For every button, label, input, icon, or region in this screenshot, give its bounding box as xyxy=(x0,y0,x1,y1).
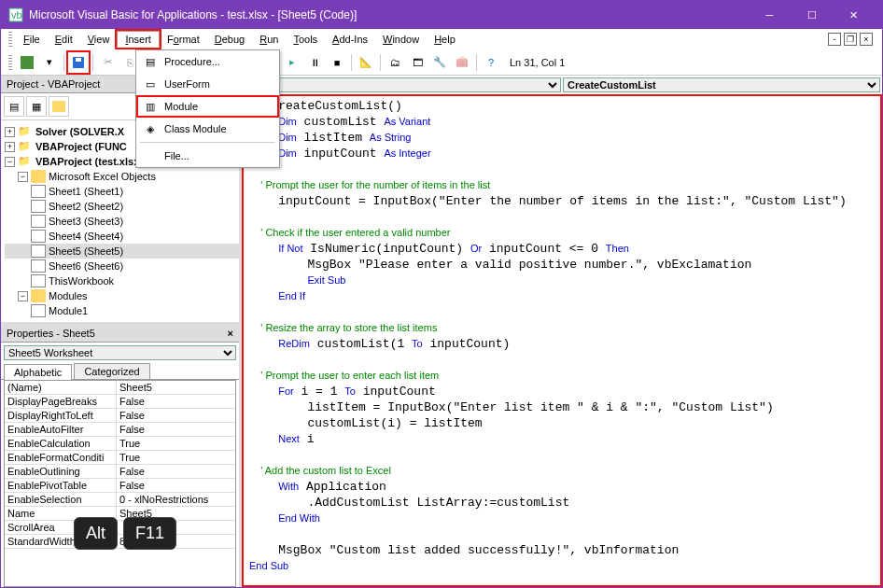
menu-help[interactable]: Help xyxy=(427,32,463,47)
run-button[interactable]: ▸ xyxy=(282,52,302,73)
property-row[interactable]: DisplayPageBreaksFalse xyxy=(5,395,235,409)
tree-sheet[interactable]: Sheet2 (Sheet2) xyxy=(5,199,239,214)
tree-sheet[interactable]: Sheet3 (Sheet3) xyxy=(5,214,239,229)
toolbar: ▾ ✂ ⎘ ▸ ⏸ ■ 📐 🗂 🗔 🔧 🧰 ? Ln 31, Col 1 xyxy=(1,49,882,76)
menu-edit[interactable]: Edit xyxy=(48,32,80,47)
view-object-button[interactable]: ▦ xyxy=(26,96,47,117)
cut-button[interactable]: ✂ xyxy=(97,52,118,73)
object-dropdown[interactable]: al) xyxy=(244,77,561,92)
insert-dropdown: ▤ Procedure... ▭ UserForm ▥ Module ◈ Cla… xyxy=(135,49,280,168)
insert-procedure-label: Procedure... xyxy=(164,56,220,67)
menu-addins[interactable]: Add-Ins xyxy=(325,32,375,47)
key-f11: F11 xyxy=(123,517,176,550)
module-icon: ▥ xyxy=(140,99,161,114)
title-bar: vb Microsoft Visual Basic for Applicatio… xyxy=(1,1,882,29)
svg-rect-3 xyxy=(76,58,81,62)
insert-module-label: Module xyxy=(164,101,198,112)
code-dropdowns: al) CreateCustomList xyxy=(242,76,882,94)
cursor-position: Ln 31, Col 1 xyxy=(510,57,565,68)
tree-excel-objects[interactable]: −Microsoft Excel Objects xyxy=(5,169,239,184)
minimize-button[interactable]: ─ xyxy=(749,1,791,29)
tree-sheet[interactable]: Sheet1 (Sheet1) xyxy=(5,184,239,199)
properties-grid[interactable]: (Name)Sheet5DisplayPageBreaksFalseDispla… xyxy=(4,380,236,587)
tree-modules-folder[interactable]: −Modules xyxy=(5,288,239,303)
window-title: Microsoft Visual Basic for Applications … xyxy=(29,8,749,21)
tab-alphabetic[interactable]: Alphabetic xyxy=(4,364,72,380)
view-excel-button[interactable] xyxy=(17,52,37,73)
property-row[interactable]: EnableAutoFilterFalse xyxy=(5,423,235,437)
file-icon xyxy=(140,148,161,163)
insert-toolbar-button[interactable]: ▾ xyxy=(39,52,60,73)
properties-window-button[interactable]: 🗔 xyxy=(407,52,427,73)
insert-file[interactable]: File... xyxy=(136,145,279,167)
mdi-buttons: - ❐ × xyxy=(822,29,878,49)
menu-bar: File Edit View Insert Format Debug Run T… xyxy=(1,29,882,49)
properties-tabs: Alphabetic Categorized xyxy=(1,363,239,380)
close-button[interactable]: ✕ xyxy=(833,1,875,29)
property-row[interactable]: EnableOutliningFalse xyxy=(5,465,235,479)
properties-object-select[interactable]: Sheet5 Worksheet xyxy=(4,345,236,360)
properties-panel-title: Properties - Sheet5 xyxy=(7,328,95,339)
userform-icon: ▭ xyxy=(140,77,161,91)
menu-separator xyxy=(140,142,275,143)
main-area: Project - VBAProject × ▤ ▦ +📁Solver (SOL… xyxy=(1,76,882,587)
mdi-minimize[interactable]: - xyxy=(828,33,841,46)
insert-file-label: File... xyxy=(164,150,189,161)
procedure-icon: ▤ xyxy=(140,54,161,69)
toolbox-button[interactable]: 🧰 xyxy=(452,52,472,73)
insert-userform-label: UserForm xyxy=(164,78,210,90)
toggle-folders-button[interactable] xyxy=(49,96,69,117)
reset-button[interactable]: ■ xyxy=(327,52,347,73)
properties-panel-close[interactable]: × xyxy=(228,328,233,339)
key-alt: Alt xyxy=(74,517,118,550)
svg-text:vb: vb xyxy=(11,9,22,21)
mdi-close[interactable]: × xyxy=(860,33,873,46)
class-module-icon: ◈ xyxy=(140,121,161,136)
project-explorer-button[interactable]: 🗂 xyxy=(385,52,405,73)
menu-view[interactable]: View xyxy=(80,32,118,47)
help-button[interactable]: ? xyxy=(481,52,501,73)
procedure-dropdown[interactable]: CreateCustomList xyxy=(563,77,880,92)
property-row[interactable]: EnablePivotTableFalse xyxy=(5,479,235,493)
insert-userform[interactable]: ▭ UserForm xyxy=(136,73,279,95)
property-row[interactable]: EnableCalculationTrue xyxy=(5,437,235,451)
menu-run[interactable]: Run xyxy=(252,32,286,47)
keyboard-hint: Alt F11 xyxy=(74,517,176,550)
property-row[interactable]: EnableFormatConditiTrue xyxy=(5,451,235,465)
mdi-restore[interactable]: ❐ xyxy=(844,33,857,46)
toolbar-grip xyxy=(8,32,12,47)
save-button[interactable] xyxy=(68,52,89,73)
tree-sheet[interactable]: Sheet6 (Sheet6) xyxy=(5,259,239,273)
object-browser-button[interactable]: 🔧 xyxy=(429,52,450,73)
property-row[interactable]: (Name)Sheet5 xyxy=(5,381,235,395)
code-pane: al) CreateCustomList CreateCustomList() … xyxy=(242,76,882,587)
insert-class-module-label: Class Module xyxy=(164,123,227,134)
toolbar-grip-2 xyxy=(8,55,12,70)
tree-module1[interactable]: Module1 xyxy=(5,303,239,318)
insert-module[interactable]: ▥ Module xyxy=(136,95,279,118)
menu-insert[interactable]: Insert xyxy=(117,31,160,48)
view-code-button[interactable]: ▤ xyxy=(4,96,24,117)
properties-panel-header: Properties - Sheet5 × xyxy=(1,325,239,343)
project-panel-title: Project - VBAProject xyxy=(7,78,100,90)
menu-window[interactable]: Window xyxy=(375,32,427,47)
break-button[interactable]: ⏸ xyxy=(304,52,325,73)
tree-sheet[interactable]: Sheet4 (Sheet4) xyxy=(5,229,239,244)
insert-class-module[interactable]: ◈ Class Module xyxy=(136,118,279,140)
tree-sheet[interactable]: Sheet5 (Sheet5) xyxy=(5,244,239,259)
menu-format[interactable]: Format xyxy=(160,32,207,47)
tab-categorized[interactable]: Categorized xyxy=(74,363,149,379)
maximize-button[interactable]: ☐ xyxy=(791,1,833,29)
property-row[interactable]: DisplayRightToLeftFalse xyxy=(5,409,235,423)
insert-procedure[interactable]: ▤ Procedure... xyxy=(136,50,279,73)
menu-debug[interactable]: Debug xyxy=(207,32,252,47)
app-icon: vb xyxy=(8,7,23,22)
design-mode-button[interactable]: 📐 xyxy=(356,52,376,73)
tree-thisworkbook[interactable]: ThisWorkbook xyxy=(5,273,239,288)
menu-file[interactable]: File xyxy=(16,32,48,47)
property-row[interactable]: EnableSelection0 - xlNoRestrictions xyxy=(5,493,235,507)
menu-tools[interactable]: Tools xyxy=(286,32,325,47)
code-editor[interactable]: CreateCustomList() Dim customList As Var… xyxy=(243,95,881,586)
